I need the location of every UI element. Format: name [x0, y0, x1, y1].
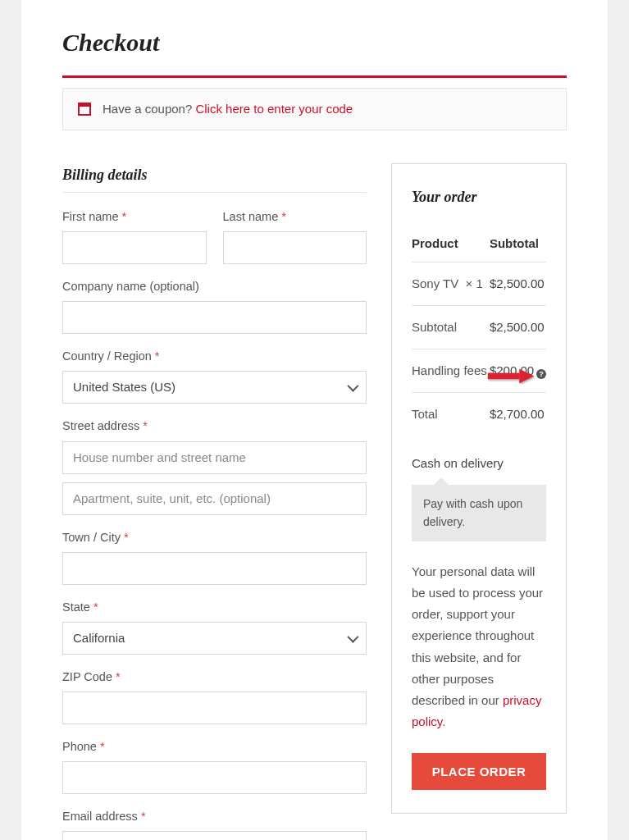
checkout-page: Checkout Have a coupon? Click here to en…: [21, 0, 608, 840]
coupon-link[interactable]: Click here to enter your code: [195, 102, 353, 116]
subtotal-label: Subtotal: [412, 305, 490, 349]
order-item-name: Sony TV: [412, 274, 458, 294]
col-subtotal: Subtotal: [490, 226, 546, 262]
order-item-price: $2,500.00: [490, 262, 546, 305]
order-table: Product Subtotal Sony TV × 1 $2,500.00 S…: [412, 226, 546, 436]
payment-description: Pay with cash upon delivery.: [412, 485, 546, 541]
billing-divider: [62, 192, 367, 193]
last-name-input[interactable]: [223, 231, 367, 264]
total-label: Total: [412, 392, 490, 436]
order-heading: Your order: [412, 185, 546, 209]
company-field-wrap: Company name (optional): [62, 277, 367, 334]
help-icon[interactable]: ?: [536, 369, 546, 379]
country-value: United States (US): [73, 377, 175, 397]
subtotal-value: $2,500.00: [490, 305, 546, 349]
page-title: Checkout: [62, 23, 567, 62]
order-item-name-cell: Sony TV × 1: [412, 262, 490, 305]
last-name-field-wrap: Last name *: [223, 208, 367, 264]
state-label: State *: [62, 598, 367, 617]
street-field-wrap: Street address *: [62, 417, 367, 514]
email-label: Email address *: [62, 807, 367, 826]
company-input[interactable]: [62, 301, 367, 334]
order-summary: Your order Product Subtotal Sony TV × 1 …: [391, 163, 567, 814]
last-name-label: Last name *: [223, 208, 367, 226]
order-item-row: Sony TV × 1 $2,500.00: [412, 262, 546, 305]
street1-input[interactable]: [62, 441, 367, 474]
country-select[interactable]: United States (US): [62, 371, 367, 404]
phone-field-wrap: Phone *: [62, 737, 367, 794]
state-value: California: [73, 628, 125, 648]
street-label: Street address *: [62, 417, 367, 436]
first-name-label: First name *: [62, 208, 207, 226]
payment-method: Cash on delivery: [412, 454, 546, 473]
state-field-wrap: State * California: [62, 598, 367, 655]
country-label: Country / Region *: [62, 347, 367, 366]
subtotal-row: Subtotal $2,500.00: [412, 305, 546, 349]
street2-input[interactable]: [62, 482, 367, 515]
chevron-down-icon: [347, 381, 358, 392]
total-row: Total $2,700.00: [412, 392, 546, 436]
zip-input[interactable]: [62, 692, 367, 724]
state-select[interactable]: California: [62, 622, 367, 655]
order-item-qty: × 1: [466, 276, 483, 290]
total-value: $2,700.00: [490, 392, 546, 436]
coupon-text: Have a coupon? Click here to enter your …: [103, 99, 353, 119]
phone-label: Phone *: [62, 737, 367, 756]
handling-value-cell: $200.00 ?: [490, 349, 546, 392]
coupon-bar: Have a coupon? Click here to enter your …: [62, 88, 567, 130]
privacy-text: Your personal data will be used to proce…: [412, 561, 546, 733]
zip-field-wrap: ZIP Code *: [62, 668, 367, 724]
coupon-icon: [78, 103, 91, 116]
company-label: Company name (optional): [62, 277, 367, 296]
first-name-input[interactable]: [62, 231, 207, 264]
chevron-down-icon: [347, 631, 358, 642]
zip-label: ZIP Code *: [62, 668, 367, 687]
city-field-wrap: Town / City *: [62, 528, 367, 585]
phone-input[interactable]: [62, 761, 367, 794]
city-label: Town / City *: [62, 528, 367, 547]
title-divider: [62, 75, 567, 78]
email-field-wrap: Email address *: [62, 807, 367, 840]
billing-column: Billing details First name * Last name *…: [62, 163, 367, 840]
country-field-wrap: Country / Region * United States (US): [62, 347, 367, 404]
privacy-before: Your personal data will be used to proce…: [412, 564, 543, 708]
handling-label: Handling fees: [412, 349, 490, 392]
place-order-button[interactable]: PLACE ORDER: [412, 753, 546, 790]
billing-heading: Billing details: [62, 163, 367, 187]
col-product: Product: [412, 226, 490, 262]
privacy-after: .: [442, 714, 445, 728]
handling-row: Handling fees $200.00: [412, 349, 546, 392]
email-input[interactable]: [62, 831, 367, 840]
first-name-field-wrap: First name *: [62, 208, 207, 264]
city-input[interactable]: [62, 552, 367, 585]
handling-value: $200.00: [490, 363, 534, 377]
coupon-prompt: Have a coupon?: [103, 102, 192, 116]
